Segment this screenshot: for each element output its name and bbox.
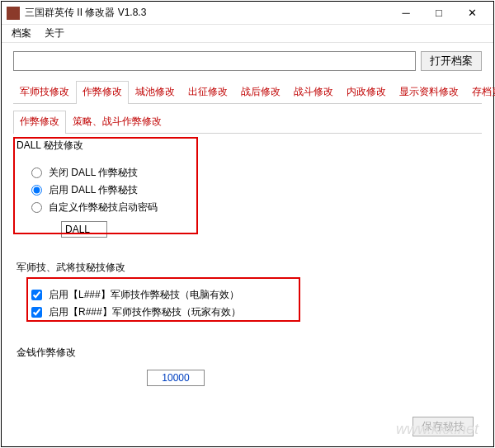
dall-radio-1[interactable]: [31, 185, 42, 196]
main-tab-4[interactable]: 战后修改: [234, 81, 287, 103]
dall-custom-input[interactable]: [61, 221, 107, 238]
main-tab-3[interactable]: 出征修改: [182, 81, 234, 103]
skill-check-label-0: 启用【L###】军师技作弊秘技（电脑有效）: [49, 288, 239, 302]
skill-check-row-0: 启用【L###】军师技作弊秘技（电脑有效）: [31, 288, 477, 302]
sub-tab-1[interactable]: 策略、战斗作弊修改: [66, 111, 168, 133]
group-dall: DALL 秘技修改 关闭 DALL 作弊秘技启用 DALL 作弊秘技自定义作弊秘…: [15, 139, 480, 243]
main-tab-6[interactable]: 内政修改: [340, 81, 393, 103]
skill-check-1[interactable]: [31, 307, 42, 318]
tab-content: DALL 秘技修改 关闭 DALL 作弊秘技启用 DALL 作弊秘技自定义作弊秘…: [13, 134, 482, 413]
minimize-button[interactable]: ─: [389, 3, 422, 23]
close-button[interactable]: ✕: [455, 3, 488, 23]
menubar: 档案 关于: [2, 25, 493, 43]
main-tab-0[interactable]: 军师技修改: [13, 81, 76, 103]
dall-radio-row-0: 关闭 DALL 作弊秘技: [31, 166, 477, 180]
main-tab-7[interactable]: 显示资料修改: [393, 81, 465, 103]
dall-radio-0[interactable]: [31, 167, 42, 178]
main-tab-8[interactable]: 存档更名: [465, 81, 495, 103]
main-tab-5[interactable]: 战斗修改: [287, 81, 340, 103]
dall-radio-group: 关闭 DALL 作弊秘技启用 DALL 作弊秘技自定义作弊秘技启动密码: [15, 158, 480, 243]
main-tab-1[interactable]: 作弊修改: [76, 81, 129, 104]
group-money-title: 金钱作弊修改: [15, 346, 480, 360]
dall-radio-2[interactable]: [31, 202, 42, 213]
skill-check-group: 启用【L###】军师技作弊秘技（电脑有效）启用【R###】军师技作弊秘技（玩家有…: [15, 280, 480, 328]
main-tab-2[interactable]: 城池修改: [129, 81, 182, 103]
skill-check-0[interactable]: [31, 290, 42, 300]
group-skill-title: 军师技、武将技秘技修改: [15, 261, 480, 275]
window-title: 三国群英传 II 修改器 V1.8.3: [25, 6, 389, 20]
titlebar: 三国群英传 II 修改器 V1.8.3 ─ □ ✕: [2, 2, 493, 25]
skill-check-label-1: 启用【R###】军师技作弊秘技（玩家有效）: [49, 305, 241, 319]
maximize-button[interactable]: □: [422, 3, 455, 23]
app-icon: [7, 7, 20, 20]
dall-radio-label-1: 启用 DALL 作弊秘技: [49, 183, 138, 197]
client-area: 打开档案 军师技修改作弊修改城池修改出征修改战后修改战斗修改内政修改显示资料修改…: [2, 43, 493, 446]
file-row: 打开档案: [13, 51, 482, 71]
money-input[interactable]: [147, 370, 205, 386]
sub-tab-0[interactable]: 作弊修改: [13, 111, 66, 134]
dall-radio-label-2: 自定义作弊秘技启动密码: [49, 200, 158, 215]
footer: 保存秘技: [13, 413, 482, 441]
group-money: 金钱作弊修改: [15, 346, 480, 391]
menu-file[interactable]: 档案: [5, 25, 38, 42]
dall-radio-row-2: 自定义作弊秘技启动密码: [31, 200, 477, 215]
group-skill: 军师技、武将技秘技修改 启用【L###】军师技作弊秘技（电脑有效）启用【R###…: [15, 261, 480, 328]
menu-about[interactable]: 关于: [38, 25, 71, 42]
dall-radio-label-0: 关闭 DALL 作弊秘技: [49, 166, 138, 180]
group-dall-title: DALL 秘技修改: [15, 139, 480, 153]
app-window: 三国群英传 II 修改器 V1.8.3 ─ □ ✕ 档案 关于 打开档案 军师技…: [1, 1, 494, 447]
save-button[interactable]: 保存秘技: [412, 417, 474, 436]
sub-tabs: 作弊修改策略、战斗作弊修改: [13, 111, 482, 134]
file-path-input[interactable]: [13, 51, 416, 71]
dall-radio-row-1: 启用 DALL 作弊秘技: [31, 183, 477, 197]
skill-check-row-1: 启用【R###】军师技作弊秘技（玩家有效）: [31, 305, 477, 319]
main-tabs: 军师技修改作弊修改城池修改出征修改战后修改战斗修改内政修改显示资料修改存档更名: [13, 81, 482, 104]
open-file-button[interactable]: 打开档案: [421, 51, 482, 71]
